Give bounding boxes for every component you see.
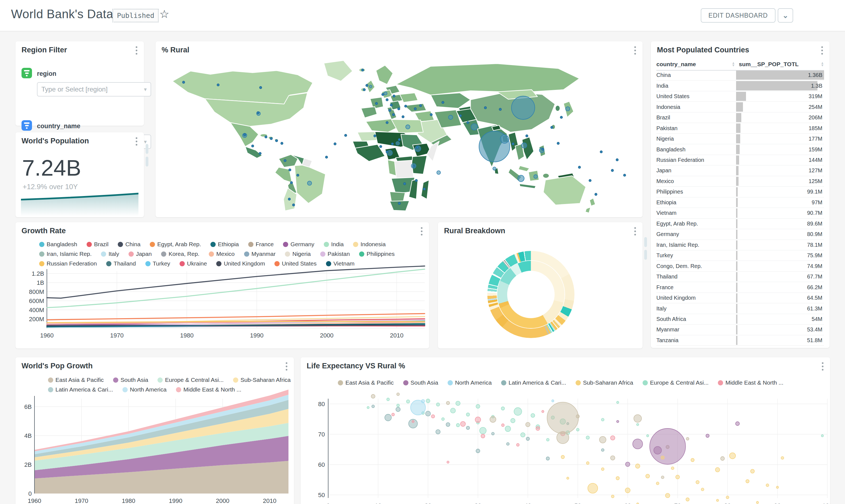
dashboard-title: World Bank's Data <box>11 7 113 21</box>
table-row: United Kingdom64.5M <box>657 293 824 303</box>
svg-text:200M: 200M <box>29 316 44 323</box>
kebab-menu-icon[interactable] <box>633 46 637 55</box>
table-row: Indonesia254M <box>657 102 824 112</box>
favorite-star-icon[interactable]: ☆ <box>159 8 169 20</box>
most-populated-countries-card: Most Populated Countries country_name▲▼ … <box>651 41 830 348</box>
published-badge[interactable]: Published <box>112 9 159 22</box>
card-title: World's Population <box>21 137 89 145</box>
svg-text:2000: 2000 <box>320 332 334 339</box>
pop-growth-area-chart: 02B4B6B196019701980199020002010 <box>15 357 294 504</box>
svg-text:40: 40 <box>524 502 531 504</box>
world-population-card: World's Population 7.24B +12.9% over 10Y <box>15 132 144 217</box>
kebab-menu-icon[interactable] <box>134 137 139 146</box>
sunburst-hole <box>507 271 555 318</box>
growth-line-chart: 200M400M600M800M1B1.2B196019701980199020… <box>15 222 429 348</box>
region-select[interactable]: Type or Select [region]▾ <box>37 82 151 96</box>
scrollbar-handle[interactable] <box>644 237 647 260</box>
svg-text:0: 0 <box>326 502 330 504</box>
card-title: Rural Breakdown <box>444 227 505 235</box>
svg-text:50: 50 <box>318 491 325 499</box>
table-header: country_name▲▼ sum__SP_POP_TOTL▲▼ <box>657 58 824 71</box>
svg-text:50: 50 <box>574 502 581 504</box>
table-row: South Africa54M <box>657 314 824 325</box>
svg-text:10: 10 <box>375 502 381 504</box>
card-title: Region Filter <box>21 46 67 54</box>
svg-text:100: 100 <box>822 502 830 504</box>
column-header-population[interactable]: sum__SP_POP_TOTL▲▼ <box>739 61 824 68</box>
rural-map-card: % Rural <box>156 41 643 217</box>
svg-text:2010: 2010 <box>263 498 276 504</box>
table-row: China1.36B <box>657 70 824 80</box>
edit-dashboard-button[interactable]: EDIT DASHBOARD <box>701 8 775 23</box>
kebab-menu-icon[interactable] <box>633 227 637 235</box>
pop-growth-card: World's Pop Growth East Asia & PacificSo… <box>15 357 294 504</box>
sort-icon: ▲▼ <box>821 62 824 67</box>
svg-text:2000: 2000 <box>216 498 230 504</box>
filter-field-label: region <box>37 70 56 77</box>
svg-text:70: 70 <box>318 431 325 438</box>
growth-rate-card: Growth Rate BangladeshBrazilChinaEgypt, … <box>15 222 429 348</box>
rural-breakdown-card: Rural Breakdown <box>438 222 643 348</box>
svg-text:1.2B: 1.2B <box>32 270 44 277</box>
svg-text:600M: 600M <box>29 298 44 304</box>
kebab-menu-icon[interactable] <box>134 46 139 55</box>
card-title: % Rural <box>162 46 190 54</box>
svg-text:60: 60 <box>318 461 325 468</box>
svg-text:70: 70 <box>674 502 681 504</box>
table-row: Pakistan185M <box>657 123 824 133</box>
table-row: Japan127M <box>657 165 824 176</box>
table-row: Myanmar53.4M <box>657 325 824 335</box>
population-big-number: 7.24B <box>22 155 81 181</box>
table-row: Italy61.3M <box>657 303 824 314</box>
svg-text:400M: 400M <box>29 307 44 313</box>
svg-text:4B: 4B <box>24 432 32 439</box>
chevron-down-icon: ⌄ <box>783 11 789 20</box>
svg-text:1990: 1990 <box>250 332 264 339</box>
table-row: Germany80.9M <box>657 229 824 239</box>
svg-text:1980: 1980 <box>180 332 194 339</box>
card-title: Most Populated Countries <box>657 46 749 54</box>
svg-text:2010: 2010 <box>390 332 403 339</box>
svg-text:800M: 800M <box>29 288 44 295</box>
svg-text:1B: 1B <box>37 279 44 286</box>
world-map[interactable] <box>158 56 640 215</box>
table-row: Tanzania51.8M <box>657 335 824 346</box>
svg-text:60: 60 <box>624 502 631 504</box>
table-row: Iran, Islamic Rep.78.1M <box>657 240 824 250</box>
svg-text:2B: 2B <box>24 461 32 468</box>
svg-text:1960: 1960 <box>40 332 54 339</box>
filter-icon <box>21 68 32 78</box>
column-header-country[interactable]: country_name▲▼ <box>657 61 739 68</box>
scrollbar-handle[interactable] <box>146 144 148 166</box>
life-expectancy-card: Life Expectancy VS Rural % East Asia & P… <box>301 357 830 504</box>
table-row: Turkey75.9M <box>657 250 824 261</box>
table-row: Ethiopia97M <box>657 197 824 208</box>
svg-text:1960: 1960 <box>28 498 41 504</box>
svg-text:20: 20 <box>425 502 431 504</box>
svg-text:1980: 1980 <box>122 498 136 504</box>
table-row: India1.3B <box>657 80 824 91</box>
table-body: China1.36BIndia1.3BUnited States319MIndo… <box>657 70 824 346</box>
svg-text:30: 30 <box>474 502 481 504</box>
region-filter-card: Region Filter region Type or Select [reg… <box>15 41 144 126</box>
filter-field-label: country_name <box>37 122 80 130</box>
filter-icon <box>21 120 32 131</box>
svg-text:1990: 1990 <box>169 498 182 504</box>
table-row: Mexico125M <box>657 176 824 187</box>
kebab-menu-icon[interactable] <box>820 46 825 55</box>
svg-text:1970: 1970 <box>75 498 88 504</box>
svg-text:90: 90 <box>774 502 781 504</box>
table-row: Bangladesh159M <box>657 144 824 155</box>
dashboard-actions-caret[interactable]: ⌄ <box>778 8 793 23</box>
svg-text:80: 80 <box>318 401 325 408</box>
population-sparkline <box>21 188 139 216</box>
table-row: Nigeria177M <box>657 134 824 144</box>
sort-icon: ▲▼ <box>732 62 735 67</box>
top-bar: World Bank's Data Published ☆ EDIT DASHB… <box>0 0 845 32</box>
table-row: Brazil206M <box>657 112 824 123</box>
table-row: Egypt, Arab Rep.89.6M <box>657 219 824 229</box>
scatter-bubble-chart: 506070800102030405060708090100 <box>301 357 830 504</box>
chevron-down-icon: ▾ <box>144 86 147 93</box>
table-row: United States319M <box>657 91 824 102</box>
svg-text:80: 80 <box>724 502 731 504</box>
